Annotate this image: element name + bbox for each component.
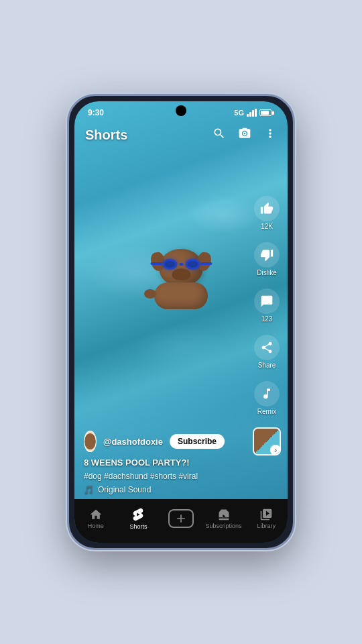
channel-thumbnail: ♪ (253, 427, 281, 455)
dog-visual (154, 249, 208, 309)
channel-row: @dashofdoxie Subscribe (84, 431, 225, 452)
status-icons: 5G (234, 109, 274, 117)
like-action[interactable]: 12K (254, 196, 280, 230)
header-icons (213, 127, 277, 144)
nav-subscriptions[interactable]: Subscriptions (202, 508, 245, 529)
video-title: 8 WEENS POOL PARTY?! (84, 458, 225, 469)
video-tags: #dog #dachshund #shorts #viral (84, 472, 225, 481)
remix-label: Remix (257, 408, 276, 415)
nav-library-label: Library (257, 523, 276, 529)
dislike-label: Dislike (257, 269, 276, 276)
camera-icon[interactable] (238, 127, 251, 144)
dislike-action[interactable]: Dislike (254, 242, 280, 276)
right-actions: 12K Dislike 123 Share (253, 196, 281, 455)
remix-action[interactable]: Remix (254, 381, 280, 415)
network-label: 5G (234, 109, 244, 117)
top-header: Shorts (74, 120, 288, 150)
audio-label: Original Sound (98, 485, 151, 494)
comment-count: 123 (261, 315, 273, 323)
search-icon[interactable] (213, 127, 226, 144)
add-icon[interactable] (168, 509, 194, 528)
page-title: Shorts (85, 127, 127, 143)
volume-down-button[interactable] (67, 207, 68, 230)
music-icon: 🎵 (84, 485, 94, 494)
library-icon (259, 508, 273, 521)
battery-icon (259, 109, 274, 116)
status-time: 9:30 (88, 108, 104, 117)
nav-home-label: Home (88, 523, 104, 529)
status-bar: 9:30 5G (74, 101, 288, 120)
nav-add[interactable] (160, 509, 202, 528)
audio-row: 🎵 Original Sound (84, 485, 225, 494)
power-button[interactable] (67, 237, 68, 260)
video-info: @dashofdoxie Subscribe 8 WEENS POOL PART… (74, 431, 234, 494)
share-label: Share (258, 362, 276, 369)
nav-shorts[interactable]: Shorts (117, 507, 160, 530)
nav-library[interactable]: Library (245, 508, 288, 529)
shorts-icon (131, 507, 145, 522)
nav-home[interactable]: Home (74, 508, 117, 529)
like-count: 12K (261, 223, 273, 230)
subscriptions-icon (217, 508, 231, 521)
thumbnail-action[interactable]: ♪ (253, 427, 281, 455)
nav-shorts-label: Shorts (129, 523, 147, 530)
share-action[interactable]: Share (254, 335, 280, 369)
volume-up-button[interactable] (67, 176, 68, 200)
screen: 9:30 5G Shorts (74, 101, 288, 543)
signal-icon (247, 109, 257, 117)
bottom-nav: Home Shorts Subscriptions Library (74, 499, 288, 543)
nav-subscriptions-label: Subscriptions (206, 523, 242, 529)
home-icon (89, 508, 103, 521)
channel-name[interactable]: @dashofdoxie (103, 437, 163, 447)
comment-action[interactable]: 123 (254, 288, 280, 323)
phone-frame: 9:30 5G Shorts (67, 94, 295, 550)
avatar[interactable] (84, 431, 97, 452)
more-icon[interactable] (263, 127, 277, 144)
camera-notch (176, 105, 186, 116)
subscribe-button[interactable]: Subscribe (170, 434, 225, 449)
